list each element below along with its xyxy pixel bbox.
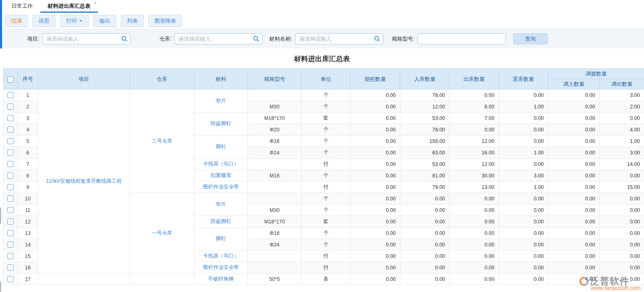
outbound-cell: 0.00 [450,124,499,136]
warehouse-cell[interactable]: 三号仓库 [130,90,194,193]
material-link[interactable]: 防盗脚钉 [194,216,248,228]
spec-cell: M16*170 [248,113,302,124]
row-checkbox[interactable] [7,161,14,167]
select-all-header [4,69,18,90]
row-checkbox[interactable] [7,230,14,236]
row-checkbox[interactable] [7,207,14,213]
material-link[interactable]: 卡线器（马口） [194,159,248,170]
returned-cell: 0.00 [499,228,548,239]
row-checkbox[interactable] [7,92,14,98]
warehouse-filter-input[interactable] [174,33,263,44]
material-link[interactable]: 防盗脚钉 [194,113,248,136]
material-link[interactable]: 围栏作业安全带 [194,262,248,274]
row-checkbox[interactable] [7,276,14,282]
inbound-cell: 0.00 [400,262,450,274]
spec-cell [248,193,302,205]
select-all-checkbox[interactable] [7,76,14,83]
search-icon[interactable] [374,35,381,42]
inbound-cell: 0.00 [400,274,450,285]
returned-cell: 0.00 [499,239,548,251]
left-accent-bar [0,0,2,48]
inbound-cell: 53.00 [400,113,450,124]
opening-cell: 0.00 [351,101,400,113]
outbound-cell: 30.00 [450,170,499,182]
row-select-cell [4,205,18,216]
query-button[interactable]: 查询 [513,33,548,44]
opening-cell: 0.00 [351,228,400,239]
chart-report-button[interactable]: 图形报表 [148,15,182,27]
row-checkbox[interactable] [7,195,14,202]
summary-table: 序号 项目 仓库 材料 规格型号 单位 期初数量 入库数量 出库数量 退库数量 … [3,69,644,285]
returned-cell: 0.00 [499,159,548,170]
material-link[interactable]: 垫片 [194,90,248,113]
outbound-cell: 0.00 [450,262,499,274]
restore-button[interactable]: 还原 [32,15,55,27]
row-select-cell [4,228,18,239]
row-checkbox[interactable] [7,264,14,271]
scrollbar-thumb[interactable] [0,207,1,224]
returned-cell: 0.00 [499,216,548,228]
material-link[interactable]: 扣紧螺母 [194,170,248,182]
inbound-cell: 0.00 [400,228,450,239]
tab-label: 材料进出库汇总表 [48,3,90,9]
material-link[interactable]: 垫片 [194,193,248,216]
row-select-cell [4,136,18,147]
material-link[interactable]: 不镀锌角钢 [194,274,248,285]
close-icon[interactable]: × [94,0,97,5]
row-checkbox[interactable] [7,218,14,225]
row-checkbox[interactable] [7,103,14,110]
header-outbound: 出库数量 [450,69,499,90]
returned-cell: 1.00 [499,147,548,159]
header-inbound: 入库数量 [400,69,450,90]
row-checkbox[interactable] [7,115,14,121]
transfer-out-cell: 0.00 [600,262,644,274]
row-checkbox[interactable] [7,149,14,156]
print-button[interactable]: 打印 ▼ [60,15,89,27]
list-button[interactable]: 列表 [121,15,144,27]
tab-label: 日常工作 [12,3,33,9]
scrollbar-thumb[interactable] [0,281,1,292]
returned-cell: 0.00 [499,205,548,216]
transfer-in-cell: 0.00 [548,101,600,113]
row-select-cell [4,90,18,101]
opening-cell: 0.00 [351,159,400,170]
table-body: 1110kV安徽线程集变开断线路工程三号仓库垫片个0.0078.000.000.… [4,90,644,285]
transfer-out-cell: 2.00 [600,101,644,113]
inbound-cell: 0.00 [400,193,450,205]
material-link[interactable]: 卡线器（马口） [194,251,248,262]
material-filter-input[interactable] [295,33,383,44]
unit-cell: 个 [302,205,351,216]
transfer-in-cell: 4.00 [548,274,600,285]
spec-cell: Φ20 [248,124,302,136]
row-checkbox[interactable] [7,138,14,144]
header-returned: 退库数量 [499,69,548,90]
material-link[interactable]: 脚钉 [194,136,248,159]
filter-button[interactable]: 过滤 [5,15,28,27]
returned-cell: 0.00 [499,193,548,205]
restore-button-label: 还原 [39,17,49,25]
transfer-out-cell: 14.00 [600,159,644,170]
row-checkbox[interactable] [7,172,14,179]
search-icon[interactable] [121,35,128,42]
spec-filter-input[interactable] [418,33,506,44]
search-icon[interactable] [253,35,260,42]
tab-material-summary[interactable]: 材料进出库汇总表 × [40,0,98,13]
row-checkbox[interactable] [7,253,14,259]
warehouse-cell[interactable]: 一号仓库 [130,193,194,274]
project-cell[interactable]: 110kV安徽线程集变开断线路工程 [38,90,130,274]
material-link[interactable]: 围栏作业安全带 [194,182,248,193]
left-scrollbar[interactable] [0,69,1,292]
transfer-in-cell: 0.00 [548,251,600,262]
project-filter-input[interactable] [42,33,131,44]
warehouse-cell [130,274,194,285]
unit-cell: 个 [302,136,351,147]
returned-cell: 1.00 [499,182,548,193]
tab-daily-work[interactable]: 日常工作 [4,0,40,13]
row-checkbox[interactable] [7,241,14,248]
row-select-cell [4,101,18,113]
material-link[interactable]: 脚钉 [194,228,248,251]
export-button[interactable]: 输出 [93,15,116,27]
row-checkbox[interactable] [7,126,14,133]
row-checkbox[interactable] [7,184,14,190]
inbound-cell: 0.00 [400,251,450,262]
